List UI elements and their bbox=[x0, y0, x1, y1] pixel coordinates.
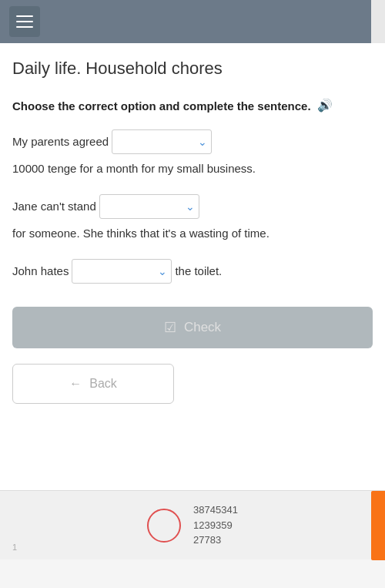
dropdown-wrapper-3: cleaning to clean clean ⌄ bbox=[72, 259, 172, 284]
back-button[interactable]: ← Back bbox=[12, 364, 174, 404]
page-title: Daily life. Household chores bbox=[12, 59, 373, 79]
sentence-block-3: John hates cleaning to clean clean ⌄ the… bbox=[12, 259, 373, 284]
audio-icon[interactable]: 🔊 bbox=[317, 97, 333, 114]
footer-numbers: 38745341 1239359 27783 bbox=[193, 502, 238, 548]
sentence-3-after: the toilet. bbox=[175, 260, 222, 283]
check-button-label: Check bbox=[184, 320, 221, 335]
instruction-text: Choose the correct option and complete t… bbox=[12, 97, 373, 114]
main-content: Daily life. Household chores Choose the … bbox=[0, 43, 385, 490]
sentence-2-after: for someone. She thinks that it's a wast… bbox=[12, 222, 270, 245]
menu-line-2 bbox=[16, 21, 33, 22]
menu-line-1 bbox=[16, 15, 33, 17]
footer-circle bbox=[147, 509, 181, 543]
dropdown-1[interactable]: to lend me lending me lend me bbox=[112, 129, 212, 154]
sentence-3-before: John hates bbox=[12, 260, 69, 283]
footer-number-2: 1239359 bbox=[193, 518, 238, 533]
dropdown-wrapper-1: to lend me lending me lend me ⌄ bbox=[112, 129, 212, 154]
footer-right-tab bbox=[371, 491, 385, 560]
back-button-label: Back bbox=[89, 377, 117, 391]
dropdown-2[interactable]: waiting to wait wait bbox=[99, 194, 199, 219]
top-bar bbox=[0, 0, 385, 43]
menu-button[interactable] bbox=[9, 6, 40, 37]
sentence-1-before: My parents agreed bbox=[12, 130, 109, 153]
dropdown-3[interactable]: cleaning to clean clean bbox=[72, 259, 172, 284]
check-button[interactable]: ☑ Check bbox=[12, 307, 373, 348]
sentence-1-after: 10000 tenge for a month for my small bus… bbox=[12, 157, 256, 180]
check-icon: ☑ bbox=[164, 319, 176, 336]
sentence-block-1: My parents agreed to lend me lending me … bbox=[12, 129, 373, 180]
footer-page: 1 bbox=[12, 543, 17, 552]
menu-line-3 bbox=[16, 26, 33, 28]
footer-number-1: 38745341 bbox=[193, 502, 238, 518]
instruction-label: Choose the correct option and complete t… bbox=[12, 98, 311, 114]
back-arrow-icon: ← bbox=[69, 377, 82, 391]
footer: 38745341 1239359 27783 1 bbox=[0, 490, 385, 559]
sentence-block-2: Jane can't stand waiting to wait wait ⌄ … bbox=[12, 194, 373, 245]
footer-number-3: 27783 bbox=[193, 533, 238, 548]
dropdown-wrapper-2: waiting to wait wait ⌄ bbox=[99, 194, 199, 219]
sentence-2-before: Jane can't stand bbox=[12, 195, 96, 218]
top-bar-right-tab bbox=[371, 0, 385, 43]
